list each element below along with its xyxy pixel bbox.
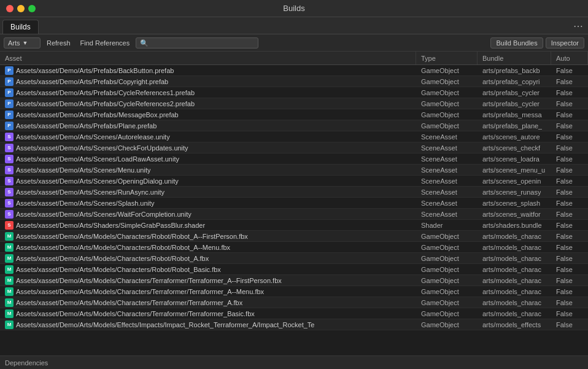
tab-builds[interactable]: Builds <box>2 20 39 34</box>
table-row[interactable]: P Assets/xasset/Demo/Arts/Prefabs/CycleR… <box>0 98 588 109</box>
td-asset: S Assets/xasset/Demo/Arts/Scenes/Menu.un… <box>0 165 416 175</box>
maximize-button[interactable] <box>28 5 36 12</box>
table-row[interactable]: M Assets/xasset/Demo/Arts/Models/Charact… <box>0 253 588 264</box>
table-row[interactable]: S Assets/xasset/Demo/Arts/Scenes/RunAsyn… <box>0 187 588 198</box>
td-type: SceneAsset <box>416 142 478 153</box>
table-row[interactable]: S Assets/xasset/Demo/Arts/Scenes/Menu.un… <box>0 165 588 176</box>
td-bundle: arts/prefabs_backb <box>478 65 551 76</box>
table-row[interactable]: P Assets/xasset/Demo/Arts/Prefabs/BackBu… <box>0 65 588 76</box>
table-row[interactable]: P Assets/xasset/Demo/Arts/Prefabs/Copyri… <box>0 76 588 87</box>
td-bundle: arts/prefabs_messa <box>478 109 551 120</box>
td-bundle: arts/models_charac <box>478 231 551 241</box>
asset-path: Assets/xasset/Demo/Arts/Models/Character… <box>16 288 264 295</box>
table-row[interactable]: S Assets/xasset/Demo/Arts/Scenes/CheckFo… <box>0 142 588 153</box>
table-row[interactable]: S Assets/xasset/Demo/Arts/Scenes/Splash.… <box>0 198 588 209</box>
td-auto: False <box>551 142 588 153</box>
td-asset: S Assets/xasset/Demo/Arts/Scenes/WaitFor… <box>0 209 416 219</box>
minimize-button[interactable] <box>17 5 25 12</box>
asset-path: Assets/xasset/Demo/Arts/Scenes/WaitForCo… <box>16 211 191 218</box>
asset-path: Assets/xasset/Demo/Arts/Models/Character… <box>16 299 242 306</box>
td-type: SceneAsset <box>416 165 478 175</box>
model-icon: M <box>5 298 14 307</box>
td-asset: M Assets/xasset/Demo/Arts/Models/Charact… <box>0 242 416 252</box>
search-input[interactable] <box>136 37 258 49</box>
td-auto: False <box>551 297 588 308</box>
table-row[interactable]: M Assets/xasset/Demo/Arts/Models/Charact… <box>0 286 588 297</box>
td-auto: False <box>551 242 588 252</box>
table-row[interactable]: S Assets/xasset/Demo/Arts/Scenes/Opening… <box>0 176 588 187</box>
find-references-button[interactable]: Find References <box>77 38 134 48</box>
td-auto: False <box>551 165 588 175</box>
td-auto: False <box>551 275 588 285</box>
table-row[interactable]: M Assets/xasset/Demo/Arts/Models/Charact… <box>0 297 588 308</box>
dropdown-arrow-icon: ▼ <box>23 40 28 46</box>
asset-path: Assets/xasset/Demo/Arts/Models/Character… <box>16 310 255 317</box>
td-type: GameObject <box>416 120 478 131</box>
column-header-bundle: Bundle <box>478 52 551 64</box>
td-bundle: arts/scenes_autore <box>478 131 551 142</box>
td-auto: False <box>551 65 588 76</box>
td-type: GameObject <box>416 308 478 319</box>
table-row[interactable]: S Assets/xasset/Demo/Arts/Scenes/Autorel… <box>0 131 588 142</box>
prefab-icon: P <box>5 88 14 97</box>
td-asset: P Assets/xasset/Demo/Arts/Prefabs/CycleR… <box>0 98 416 109</box>
td-bundle: arts/shaders.bundle <box>478 220 551 230</box>
asset-path: Assets/xasset/Demo/Arts/Scenes/RunAsync.… <box>16 188 164 196</box>
td-asset: P Assets/xasset/Demo/Arts/Prefabs/Plane.… <box>0 120 416 131</box>
td-bundle: arts/prefabs_cycler <box>478 87 551 98</box>
table-row[interactable]: S Assets/xasset/Demo/Arts/Shaders/Simple… <box>0 220 588 231</box>
td-bundle: arts/models_charac <box>478 275 551 285</box>
asset-path: Assets/xasset/Demo/Arts/Scenes/CheckForU… <box>16 144 188 152</box>
dependencies-link[interactable]: Dependencies <box>5 359 48 367</box>
table-row[interactable]: M Assets/xasset/Demo/Arts/Models/Charact… <box>0 231 588 242</box>
asset-path: Assets/xasset/Demo/Arts/Scenes/Splash.un… <box>16 200 155 207</box>
table-row[interactable]: M Assets/xasset/Demo/Arts/Models/Charact… <box>0 264 588 275</box>
td-bundle: arts/scenes_splash <box>478 198 551 208</box>
td-type: Shader <box>416 220 478 230</box>
td-auto: False <box>551 187 588 197</box>
td-type: GameObject <box>416 319 478 330</box>
asset-path: Assets/xasset/Demo/Arts/Models/Character… <box>16 255 209 262</box>
table-row[interactable]: M Assets/xasset/Demo/Arts/Models/Effects… <box>0 319 588 330</box>
column-header-type: Type <box>416 52 478 64</box>
table-row[interactable]: P Assets/xasset/Demo/Arts/Prefabs/CycleR… <box>0 87 588 98</box>
table-row[interactable]: S Assets/xasset/Demo/Arts/Scenes/WaitFor… <box>0 209 588 220</box>
td-type: GameObject <box>416 87 478 98</box>
inspector-button[interactable]: Inspector <box>546 37 584 49</box>
td-asset: M Assets/xasset/Demo/Arts/Models/Charact… <box>0 275 416 285</box>
build-bundles-button[interactable]: Build Bundles <box>490 37 543 49</box>
refresh-button[interactable]: Refresh <box>43 38 74 48</box>
td-bundle: arts/prefabs_plane_ <box>478 120 551 131</box>
scene-icon: S <box>5 144 14 152</box>
model-icon: M <box>5 287 14 296</box>
td-auto: False <box>551 98 588 109</box>
model-icon: M <box>5 265 14 274</box>
table-header: Asset Type Bundle Auto <box>0 52 588 65</box>
prefab-icon: P <box>5 66 14 75</box>
td-auto: False <box>551 109 588 120</box>
td-asset: S Assets/xasset/Demo/Arts/Scenes/Splash.… <box>0 198 416 208</box>
model-icon: M <box>5 309 14 318</box>
table-row[interactable]: P Assets/xasset/Demo/Arts/Prefabs/Messag… <box>0 109 588 120</box>
td-asset: S Assets/xasset/Demo/Arts/Scenes/CheckFo… <box>0 142 416 153</box>
td-type: GameObject <box>416 109 478 120</box>
table-row[interactable]: M Assets/xasset/Demo/Arts/Models/Charact… <box>0 275 588 286</box>
table-row[interactable]: S Assets/xasset/Demo/Arts/Scenes/LoadRaw… <box>0 153 588 165</box>
table-row[interactable]: P Assets/xasset/Demo/Arts/Prefabs/Plane.… <box>0 120 588 131</box>
td-asset: S Assets/xasset/Demo/Arts/Scenes/Opening… <box>0 176 416 186</box>
td-auto: False <box>551 76 588 87</box>
title-bar: Builds <box>0 0 588 17</box>
table-row[interactable]: M Assets/xasset/Demo/Arts/Models/Charact… <box>0 242 588 253</box>
td-asset: S Assets/xasset/Demo/Arts/Shaders/Simple… <box>0 220 416 230</box>
asset-path: Assets/xasset/Demo/Arts/Prefabs/CycleRef… <box>16 89 195 96</box>
arts-dropdown[interactable]: Arts ▼ <box>4 37 41 49</box>
table-row[interactable]: M Assets/xasset/Demo/Arts/Models/Charact… <box>0 308 588 319</box>
td-auto: False <box>551 264 588 274</box>
td-bundle: arts/models_charac <box>478 264 551 274</box>
td-bundle: arts/models_charac <box>478 286 551 297</box>
tab-more-button[interactable]: ⋯ <box>573 20 583 31</box>
td-type: SceneAsset <box>416 187 478 197</box>
td-asset: P Assets/xasset/Demo/Arts/Prefabs/Copyri… <box>0 76 416 87</box>
close-button[interactable] <box>6 5 14 12</box>
asset-path: Assets/xasset/Demo/Arts/Prefabs/BackButt… <box>16 67 174 74</box>
